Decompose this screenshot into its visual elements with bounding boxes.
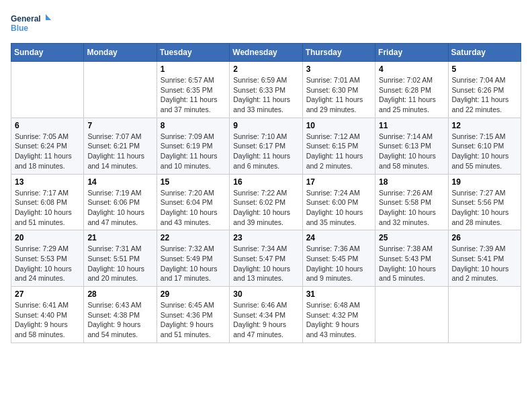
- daylight-label: Daylight: 10 hours and 17 minutes.: [161, 265, 218, 283]
- day-info: Sunrise: 7:19 AM Sunset: 6:06 PM Dayligh…: [87, 188, 152, 228]
- day-number: 2: [233, 64, 298, 74]
- sunrise-label: Sunrise: 6:41 AM: [15, 301, 69, 309]
- daylight-label: Daylight: 10 hours and 5 minutes.: [379, 265, 436, 283]
- sunrise-label: Sunrise: 7:19 AM: [87, 189, 141, 197]
- daylight-label: Daylight: 10 hours and 39 minutes.: [233, 208, 290, 226]
- day-info: Sunrise: 7:12 AM Sunset: 6:15 PM Dayligh…: [306, 132, 371, 171]
- header-tuesday: Tuesday: [157, 44, 229, 62]
- day-number: 30: [233, 289, 298, 299]
- daylight-label: Daylight: 9 hours and 43 minutes.: [306, 320, 359, 338]
- sunset-label: Sunset: 6:24 PM: [15, 142, 67, 150]
- sunrise-label: Sunrise: 6:48 AM: [306, 301, 360, 309]
- sunset-label: Sunset: 4:40 PM: [15, 311, 67, 319]
- calendar-table: SundayMondayTuesdayWednesdayThursdayFrid…: [11, 43, 521, 343]
- day-number: 31: [306, 289, 371, 299]
- sunset-label: Sunset: 5:51 PM: [87, 255, 140, 263]
- day-info: Sunrise: 7:31 AM Sunset: 5:51 PM Dayligh…: [87, 244, 152, 283]
- daylight-label: Daylight: 10 hours and 9 minutes.: [306, 265, 363, 283]
- day-info: Sunrise: 7:38 AM Sunset: 5:43 PM Dayligh…: [379, 244, 444, 283]
- svg-marker-2: [46, 14, 51, 20]
- day-info: Sunrise: 7:01 AM Sunset: 6:30 PM Dayligh…: [306, 75, 371, 115]
- sunrise-label: Sunrise: 6:43 AM: [87, 301, 141, 309]
- day-number: 11: [379, 121, 444, 130]
- page-header: General Blue: [11, 11, 521, 38]
- day-info: Sunrise: 7:24 AM Sunset: 6:00 PM Dayligh…: [306, 188, 371, 228]
- day-info: Sunrise: 7:02 AM Sunset: 6:28 PM Dayligh…: [379, 75, 444, 115]
- calendar-cell: 15 Sunrise: 7:20 AM Sunset: 6:04 PM Dayl…: [157, 174, 229, 230]
- day-number: 21: [87, 233, 152, 242]
- day-number: 13: [15, 177, 80, 187]
- calendar-cell: 3 Sunrise: 7:01 AM Sunset: 6:30 PM Dayli…: [302, 62, 375, 118]
- day-info: Sunrise: 7:29 AM Sunset: 5:53 PM Dayligh…: [15, 244, 80, 283]
- sunset-label: Sunset: 6:35 PM: [161, 86, 213, 94]
- sunrise-label: Sunrise: 6:57 AM: [161, 76, 214, 84]
- sunrise-label: Sunrise: 7:20 AM: [161, 189, 214, 197]
- sunrise-label: Sunrise: 7:05 AM: [15, 132, 69, 140]
- calendar-cell: 5 Sunrise: 7:04 AM Sunset: 6:26 PM Dayli…: [448, 62, 521, 118]
- day-info: Sunrise: 7:15 AM Sunset: 6:10 PM Dayligh…: [452, 132, 517, 171]
- day-number: 23: [233, 233, 298, 242]
- sunrise-label: Sunrise: 7:26 AM: [379, 189, 433, 197]
- sunset-label: Sunset: 5:53 PM: [15, 255, 67, 263]
- header-friday: Friday: [375, 44, 448, 62]
- sunset-label: Sunset: 6:28 PM: [379, 86, 431, 94]
- day-info: Sunrise: 7:10 AM Sunset: 6:17 PM Dayligh…: [233, 132, 298, 171]
- sunset-label: Sunset: 6:19 PM: [161, 142, 213, 150]
- daylight-label: Daylight: 10 hours and 58 minutes.: [379, 152, 436, 170]
- day-number: 20: [15, 233, 80, 242]
- daylight-label: Daylight: 9 hours and 47 minutes.: [233, 320, 286, 338]
- calendar-cell: 19 Sunrise: 7:27 AM Sunset: 5:56 PM Dayl…: [448, 174, 521, 230]
- sunrise-label: Sunrise: 7:36 AM: [306, 244, 360, 253]
- calendar-week-row: 20 Sunrise: 7:29 AM Sunset: 5:53 PM Dayl…: [11, 230, 521, 287]
- sunset-label: Sunset: 6:00 PM: [306, 198, 359, 206]
- day-number: 29: [161, 289, 226, 299]
- daylight-label: Daylight: 10 hours and 47 minutes.: [87, 208, 144, 226]
- sunset-label: Sunset: 6:30 PM: [306, 86, 359, 94]
- day-info: Sunrise: 7:39 AM Sunset: 5:41 PM Dayligh…: [452, 244, 517, 283]
- calendar-cell: 12 Sunrise: 7:15 AM Sunset: 6:10 PM Dayl…: [448, 118, 521, 174]
- calendar-week-row: 27 Sunrise: 6:41 AM Sunset: 4:40 PM Dayl…: [11, 287, 521, 343]
- sunrise-label: Sunrise: 7:39 AM: [452, 244, 506, 253]
- day-number: 3: [306, 64, 371, 74]
- sunrise-label: Sunrise: 6:46 AM: [233, 301, 287, 309]
- calendar-cell: 11 Sunrise: 7:14 AM Sunset: 6:13 PM Dayl…: [375, 118, 448, 174]
- header-wednesday: Wednesday: [230, 44, 302, 62]
- calendar-cell: 23 Sunrise: 7:34 AM Sunset: 5:47 PM Dayl…: [230, 230, 302, 287]
- day-number: 16: [233, 177, 298, 187]
- calendar-cell: 18 Sunrise: 7:26 AM Sunset: 5:58 PM Dayl…: [375, 174, 448, 230]
- sunset-label: Sunset: 4:32 PM: [306, 311, 359, 319]
- daylight-label: Daylight: 9 hours and 58 minutes.: [15, 320, 68, 338]
- day-info: Sunrise: 7:36 AM Sunset: 5:45 PM Dayligh…: [306, 244, 371, 283]
- day-number: 27: [15, 289, 80, 299]
- day-info: Sunrise: 6:59 AM Sunset: 6:33 PM Dayligh…: [233, 75, 298, 115]
- sunset-label: Sunset: 6:21 PM: [87, 142, 140, 150]
- calendar-cell: 30 Sunrise: 6:46 AM Sunset: 4:34 PM Dayl…: [230, 287, 302, 343]
- day-info: Sunrise: 7:34 AM Sunset: 5:47 PM Dayligh…: [233, 244, 298, 283]
- day-number: 4: [379, 64, 444, 74]
- sunrise-label: Sunrise: 7:38 AM: [379, 244, 433, 253]
- day-info: Sunrise: 7:05 AM Sunset: 6:24 PM Dayligh…: [15, 132, 80, 171]
- sunrise-label: Sunrise: 7:17 AM: [15, 189, 69, 197]
- sunset-label: Sunset: 6:33 PM: [233, 86, 285, 94]
- day-info: Sunrise: 7:09 AM Sunset: 6:19 PM Dayligh…: [161, 132, 226, 171]
- calendar-cell: 1 Sunrise: 6:57 AM Sunset: 6:35 PM Dayli…: [157, 62, 229, 118]
- daylight-label: Daylight: 10 hours and 20 minutes.: [87, 265, 144, 283]
- day-info: Sunrise: 6:43 AM Sunset: 4:38 PM Dayligh…: [87, 300, 152, 340]
- calendar-week-row: 13 Sunrise: 7:17 AM Sunset: 6:08 PM Dayl…: [11, 174, 521, 230]
- calendar-cell: 2 Sunrise: 6:59 AM Sunset: 6:33 PM Dayli…: [230, 62, 302, 118]
- sunrise-label: Sunrise: 7:10 AM: [233, 132, 287, 140]
- sunset-label: Sunset: 6:10 PM: [452, 142, 504, 150]
- calendar-cell: 21 Sunrise: 7:31 AM Sunset: 5:51 PM Dayl…: [84, 230, 157, 287]
- day-number: 8: [161, 121, 226, 130]
- daylight-label: Daylight: 10 hours and 55 minutes.: [452, 152, 509, 170]
- calendar-cell: 31 Sunrise: 6:48 AM Sunset: 4:32 PM Dayl…: [302, 287, 375, 343]
- calendar-cell: 28 Sunrise: 6:43 AM Sunset: 4:38 PM Dayl…: [84, 287, 157, 343]
- day-number: 28: [87, 289, 152, 299]
- sunrise-label: Sunrise: 7:15 AM: [452, 132, 506, 140]
- header-monday: Monday: [84, 44, 157, 62]
- sunrise-label: Sunrise: 7:14 AM: [379, 132, 433, 140]
- day-info: Sunrise: 7:26 AM Sunset: 5:58 PM Dayligh…: [379, 188, 444, 228]
- sunset-label: Sunset: 5:56 PM: [452, 198, 504, 206]
- sunset-label: Sunset: 5:49 PM: [161, 255, 213, 263]
- sunrise-label: Sunrise: 7:32 AM: [161, 244, 214, 253]
